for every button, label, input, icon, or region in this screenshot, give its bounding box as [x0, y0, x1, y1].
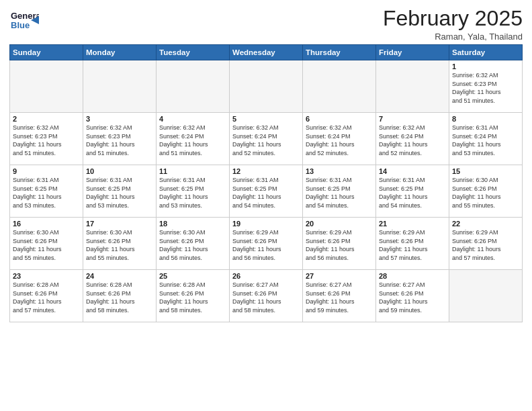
day-info: Sunrise: 6:32 AM Sunset: 6:24 PM Dayligh… — [379, 124, 446, 157]
calendar-cell: 18Sunrise: 6:30 AM Sunset: 6:26 PM Dayli… — [157, 218, 230, 270]
day-info: Sunrise: 6:32 AM Sunset: 6:24 PM Dayligh… — [159, 124, 226, 157]
calendar-table: SundayMondayTuesdayWednesdayThursdayFrid… — [9, 44, 523, 322]
day-number: 2 — [13, 115, 80, 123]
calendar-cell: 12Sunrise: 6:31 AM Sunset: 6:25 PM Dayli… — [230, 165, 303, 218]
calendar-cell — [303, 60, 376, 113]
day-info: Sunrise: 6:29 AM Sunset: 6:26 PM Dayligh… — [232, 228, 300, 262]
day-number: 21 — [379, 220, 446, 228]
calendar-cell: 26Sunrise: 6:27 AM Sunset: 6:26 PM Dayli… — [230, 270, 303, 322]
calendar-cell: 5Sunrise: 6:32 AM Sunset: 6:24 PM Daylig… — [230, 113, 303, 165]
day-number: 9 — [13, 167, 80, 175]
title-block: February 2025 Raman, Yala, Thailand — [383, 7, 523, 42]
calendar-cell: 17Sunrise: 6:30 AM Sunset: 6:26 PM Dayli… — [83, 218, 157, 270]
day-info: Sunrise: 6:31 AM Sunset: 6:25 PM Dayligh… — [306, 176, 373, 210]
calendar-cell: 9Sunrise: 6:31 AM Sunset: 6:25 PM Daylig… — [10, 165, 83, 218]
day-number: 7 — [379, 115, 446, 123]
day-info: Sunrise: 6:31 AM Sunset: 6:25 PM Dayligh… — [159, 176, 226, 210]
calendar-cell — [83, 60, 157, 113]
calendar-cell: 8Sunrise: 6:31 AM Sunset: 6:24 PM Daylig… — [449, 113, 523, 165]
day-number: 12 — [232, 167, 300, 175]
calendar-cell: 28Sunrise: 6:27 AM Sunset: 6:26 PM Dayli… — [376, 270, 449, 322]
weekday-tuesday: Tuesday — [157, 45, 230, 60]
day-info: Sunrise: 6:28 AM Sunset: 6:26 PM Dayligh… — [13, 281, 80, 314]
header: General Blue February 2025 Raman, Yala, … — [9, 7, 523, 42]
calendar-cell: 19Sunrise: 6:29 AM Sunset: 6:26 PM Dayli… — [230, 218, 303, 270]
weekday-saturday: Saturday — [449, 45, 523, 60]
calendar-cell: 3Sunrise: 6:32 AM Sunset: 6:23 PM Daylig… — [83, 113, 157, 165]
calendar-subtitle: Raman, Yala, Thailand — [383, 32, 523, 42]
week-row-2: 9Sunrise: 6:31 AM Sunset: 6:25 PM Daylig… — [10, 165, 523, 218]
day-number: 22 — [452, 220, 519, 228]
logo: General Blue — [9, 7, 40, 36]
day-number: 25 — [159, 272, 226, 280]
calendar-cell: 22Sunrise: 6:29 AM Sunset: 6:26 PM Dayli… — [449, 218, 523, 270]
day-info: Sunrise: 6:27 AM Sunset: 6:26 PM Dayligh… — [306, 281, 373, 314]
day-info: Sunrise: 6:31 AM Sunset: 6:25 PM Dayligh… — [86, 176, 153, 210]
day-number: 13 — [306, 167, 373, 175]
calendar-cell — [157, 60, 230, 113]
calendar-cell: 11Sunrise: 6:31 AM Sunset: 6:25 PM Dayli… — [157, 165, 230, 218]
day-info: Sunrise: 6:31 AM Sunset: 6:24 PM Dayligh… — [452, 124, 519, 157]
day-info: Sunrise: 6:27 AM Sunset: 6:26 PM Dayligh… — [232, 281, 300, 314]
day-number: 14 — [379, 167, 446, 175]
calendar-cell: 1Sunrise: 6:32 AM Sunset: 6:23 PM Daylig… — [449, 60, 523, 113]
calendar-cell: 13Sunrise: 6:31 AM Sunset: 6:25 PM Dayli… — [303, 165, 376, 218]
day-info: Sunrise: 6:32 AM Sunset: 6:23 PM Dayligh… — [86, 124, 153, 157]
weekday-thursday: Thursday — [303, 45, 376, 60]
day-number: 24 — [86, 272, 153, 280]
calendar-cell — [10, 60, 83, 113]
day-number: 28 — [379, 272, 446, 280]
day-number: 17 — [86, 220, 153, 228]
day-info: Sunrise: 6:30 AM Sunset: 6:26 PM Dayligh… — [86, 228, 153, 262]
day-info: Sunrise: 6:32 AM Sunset: 6:24 PM Dayligh… — [306, 124, 373, 157]
calendar-cell — [376, 60, 449, 113]
day-number: 5 — [232, 115, 300, 123]
calendar-cell: 25Sunrise: 6:28 AM Sunset: 6:26 PM Dayli… — [157, 270, 230, 322]
day-info: Sunrise: 6:31 AM Sunset: 6:25 PM Dayligh… — [232, 176, 300, 210]
calendar-title: February 2025 — [383, 7, 523, 30]
day-number: 15 — [452, 167, 519, 175]
day-number: 4 — [159, 115, 226, 123]
week-row-0: 1Sunrise: 6:32 AM Sunset: 6:23 PM Daylig… — [10, 60, 523, 113]
day-info: Sunrise: 6:31 AM Sunset: 6:25 PM Dayligh… — [379, 176, 446, 210]
day-info: Sunrise: 6:29 AM Sunset: 6:26 PM Dayligh… — [306, 228, 373, 262]
day-info: Sunrise: 6:28 AM Sunset: 6:26 PM Dayligh… — [159, 281, 226, 314]
day-info: Sunrise: 6:28 AM Sunset: 6:26 PM Dayligh… — [86, 281, 153, 314]
calendar-cell: 10Sunrise: 6:31 AM Sunset: 6:25 PM Dayli… — [83, 165, 157, 218]
day-info: Sunrise: 6:30 AM Sunset: 6:26 PM Dayligh… — [159, 228, 226, 262]
week-row-3: 16Sunrise: 6:30 AM Sunset: 6:26 PM Dayli… — [10, 218, 523, 270]
day-number: 6 — [306, 115, 373, 123]
day-info: Sunrise: 6:32 AM Sunset: 6:24 PM Dayligh… — [232, 124, 300, 157]
calendar-cell: 6Sunrise: 6:32 AM Sunset: 6:24 PM Daylig… — [303, 113, 376, 165]
day-number: 20 — [306, 220, 373, 228]
week-row-1: 2Sunrise: 6:32 AM Sunset: 6:23 PM Daylig… — [10, 113, 523, 165]
calendar-cell: 4Sunrise: 6:32 AM Sunset: 6:24 PM Daylig… — [157, 113, 230, 165]
day-info: Sunrise: 6:27 AM Sunset: 6:26 PM Dayligh… — [379, 281, 446, 314]
calendar-cell: 27Sunrise: 6:27 AM Sunset: 6:26 PM Dayli… — [303, 270, 376, 322]
weekday-wednesday: Wednesday — [230, 45, 303, 60]
day-number: 18 — [159, 220, 226, 228]
calendar-cell: 24Sunrise: 6:28 AM Sunset: 6:26 PM Dayli… — [83, 270, 157, 322]
day-number: 27 — [306, 272, 373, 280]
day-info: Sunrise: 6:32 AM Sunset: 6:23 PM Dayligh… — [13, 124, 80, 157]
svg-text:Blue: Blue — [11, 20, 30, 30]
calendar-cell: 2Sunrise: 6:32 AM Sunset: 6:23 PM Daylig… — [10, 113, 83, 165]
logo-icon: General Blue — [9, 7, 39, 36]
day-number: 19 — [232, 220, 300, 228]
day-number: 8 — [452, 115, 519, 123]
calendar-cell: 15Sunrise: 6:30 AM Sunset: 6:26 PM Dayli… — [449, 165, 523, 218]
weekday-header-row: SundayMondayTuesdayWednesdayThursdayFrid… — [10, 45, 523, 60]
day-info: Sunrise: 6:30 AM Sunset: 6:26 PM Dayligh… — [13, 228, 80, 262]
calendar-cell — [230, 60, 303, 113]
day-number: 10 — [86, 167, 153, 175]
day-number: 11 — [159, 167, 226, 175]
calendar-cell — [449, 270, 523, 322]
day-number: 23 — [13, 272, 80, 280]
calendar-cell: 21Sunrise: 6:29 AM Sunset: 6:26 PM Dayli… — [376, 218, 449, 270]
day-info: Sunrise: 6:29 AM Sunset: 6:26 PM Dayligh… — [379, 228, 446, 262]
calendar-cell: 14Sunrise: 6:31 AM Sunset: 6:25 PM Dayli… — [376, 165, 449, 218]
day-number: 3 — [86, 115, 153, 123]
calendar-cell: 23Sunrise: 6:28 AM Sunset: 6:26 PM Dayli… — [10, 270, 83, 322]
day-number: 16 — [13, 220, 80, 228]
day-info: Sunrise: 6:31 AM Sunset: 6:25 PM Dayligh… — [13, 176, 80, 210]
